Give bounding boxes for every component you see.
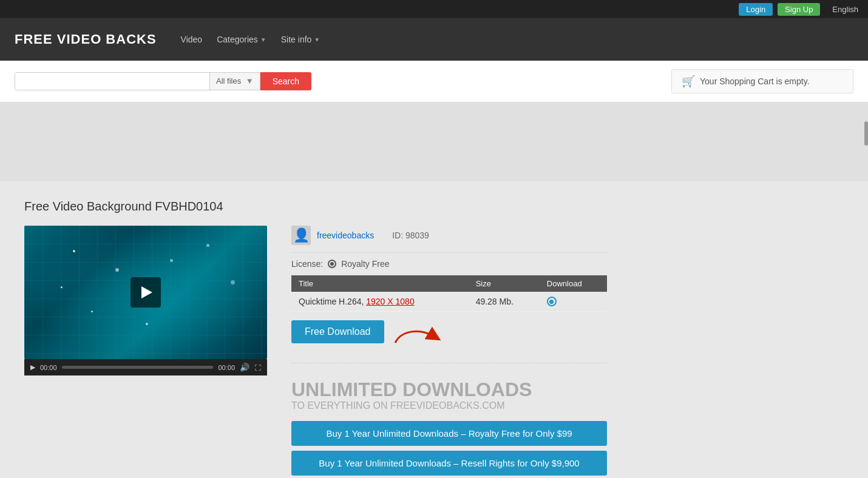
sidebar-handle[interactable] <box>864 121 868 146</box>
unlimited-subtitle: TO EVERYTHING ON FREEVIDEOBACKS.COM <box>291 400 607 411</box>
avatar: 👤 <box>291 226 311 245</box>
free-download-row: Free Download <box>291 320 607 353</box>
main-nav: Video Categories ▼ Site info ▼ <box>181 35 320 44</box>
license-type: Royalty Free <box>341 259 389 269</box>
video-controls: ▶ 00:00 00:00 🔊 ⛶ <box>24 359 267 375</box>
signup-button[interactable]: Sign Up <box>778 3 820 16</box>
top-bar: Login Sign Up English <box>0 0 868 18</box>
play-pause-button[interactable]: ▶ <box>30 363 35 371</box>
download-table: Title Size Download Quicktime H.264, 192… <box>291 275 607 312</box>
unlimited-section: UNLIMITED DOWNLOADS TO EVERYTHING ON FRE… <box>291 373 607 476</box>
col-title: Title <box>291 275 469 292</box>
ad-banner <box>0 103 868 181</box>
language-label: English <box>832 5 858 14</box>
nav-categories[interactable]: Categories ▼ <box>217 35 266 44</box>
file-title-cell: Quicktime H.264, 1920 X 1080 <box>291 292 469 312</box>
site-info-chevron-icon: ▼ <box>314 36 320 43</box>
cart-icon: 🛒 <box>682 75 695 88</box>
cart-text: Your Shopping Cart is empty. <box>700 76 810 86</box>
nav-site-info[interactable]: Site info ▼ <box>281 35 320 44</box>
download-radio-inner <box>549 300 554 304</box>
main-content: Free Video Background FVBHD0104 <box>0 181 868 478</box>
file-download-cell <box>540 292 607 312</box>
play-triangle-icon <box>141 286 152 298</box>
license-row: License: Royalty Free <box>291 253 607 275</box>
free-download-button[interactable]: Free Download <box>291 320 384 343</box>
search-button[interactable]: Search <box>260 72 311 90</box>
search-bar: All files ▼ Search 🛒 Your Shopping Cart … <box>0 61 868 103</box>
radio-inner <box>330 262 334 266</box>
play-button[interactable] <box>131 277 161 308</box>
search-filter-dropdown[interactable]: All files ▼ <box>209 73 260 90</box>
video-player-wrapper: ▶ 00:00 00:00 🔊 ⛶ <box>24 226 267 375</box>
current-time: 00:00 <box>40 364 57 371</box>
filter-chevron-icon: ▼ <box>246 76 254 86</box>
unlimited-title: UNLIMITED DOWNLOADS <box>291 379 607 400</box>
nav-video[interactable]: Video <box>181 35 203 44</box>
video-player <box>24 226 267 359</box>
col-download: Download <box>540 275 607 292</box>
buy-unlimited-royalty-button[interactable]: Buy 1 Year Unlimited Downloads – Royalty… <box>291 421 607 446</box>
buy-unlimited-resell-button[interactable]: Buy 1 Year Unlimited Downloads – Resell … <box>291 451 607 476</box>
item-id: ID: 98039 <box>392 231 429 240</box>
file-size-cell: 49.28 Mb. <box>469 292 540 312</box>
table-header-row: Title Size Download <box>291 275 607 292</box>
author-row: 👤 freevideobacks ID: 98039 <box>291 226 607 253</box>
file-resolution-link[interactable]: 1920 X 1080 <box>366 297 414 306</box>
license-radio[interactable] <box>328 260 336 268</box>
table-row: Quicktime H.264, 1920 X 1080 49.28 Mb. <box>291 292 607 312</box>
login-button[interactable]: Login <box>739 3 773 16</box>
arrow-annotation <box>389 325 444 349</box>
section-divider <box>291 363 607 363</box>
author-name[interactable]: freevideobacks <box>317 231 374 240</box>
fullscreen-icon[interactable]: ⛶ <box>254 364 261 371</box>
user-icon: 👤 <box>293 227 310 243</box>
categories-chevron-icon: ▼ <box>260 36 266 43</box>
file-title-plain: Quicktime H.264, <box>299 297 366 306</box>
info-panel: 👤 freevideobacks ID: 98039 License: Roya… <box>291 226 607 476</box>
site-logo[interactable]: FREE VIDEO BACKS <box>15 32 157 47</box>
col-size: Size <box>469 275 540 292</box>
header: FREE VIDEO BACKS Video Categories ▼ Site… <box>0 18 868 61</box>
search-input-wrapper: All files ▼ <box>15 72 260 90</box>
progress-bar[interactable] <box>62 366 214 369</box>
total-time: 00:00 <box>218 364 235 371</box>
search-input[interactable] <box>15 73 209 90</box>
download-radio[interactable] <box>547 297 557 306</box>
content-layout: ▶ 00:00 00:00 🔊 ⛶ 👤 freevideobacks ID: 9… <box>24 226 844 476</box>
page-title: Free Video Background FVBHD0104 <box>24 200 844 214</box>
cart-area: 🛒 Your Shopping Cart is empty. <box>671 69 853 93</box>
volume-icon[interactable]: 🔊 <box>240 363 249 372</box>
license-label: License: <box>291 259 323 269</box>
